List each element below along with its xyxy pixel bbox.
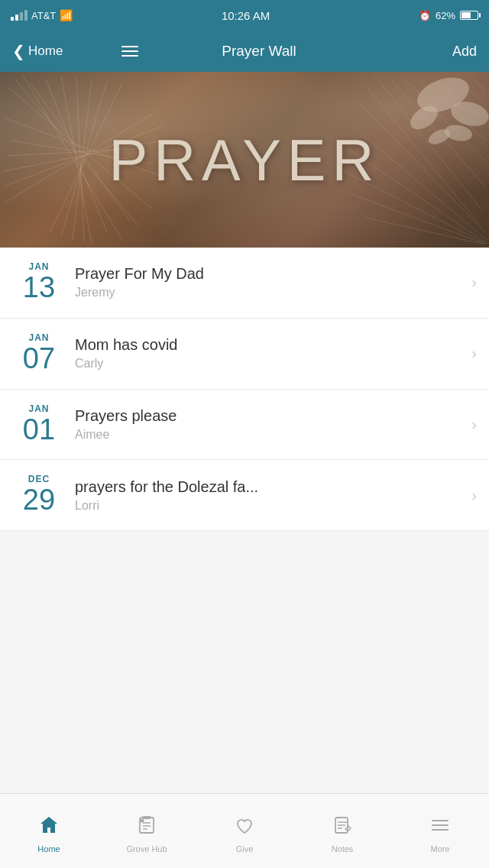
home-icon	[38, 815, 60, 841]
status-right: ⏰ 62%	[419, 10, 478, 21]
svg-line-29	[363, 217, 481, 244]
prayer-content: Prayer For My Dad Jeremy	[66, 265, 471, 300]
menu-button[interactable]	[121, 46, 138, 57]
prayer-day: 13	[12, 272, 66, 304]
status-time: 10:26 AM	[222, 9, 270, 22]
prayer-content: Prayers please Aimee	[66, 407, 471, 442]
prayer-item[interactable]: JAN 01 Prayers please Aimee ›	[0, 390, 489, 461]
signal-icon	[11, 10, 28, 21]
prayer-month: JAN	[12, 403, 66, 414]
hero-title: PRAYER	[109, 127, 381, 193]
back-button[interactable]: ❮ Home	[12, 42, 121, 60]
give-icon	[234, 815, 255, 841]
prayer-date: JAN 13	[12, 261, 66, 304]
prayer-title: Prayers please	[75, 407, 462, 425]
prayer-content: prayers for the Dolezal fa... Lorri	[66, 478, 471, 513]
more-icon	[429, 815, 451, 841]
prayer-month: JAN	[12, 261, 66, 272]
tab-give[interactable]: Give	[196, 794, 293, 868]
prayer-date: JAN 01	[12, 403, 66, 446]
svg-rect-36	[143, 816, 151, 819]
tab-bar: Home Grove Hub Give	[0, 793, 489, 868]
prayer-author: Aimee	[75, 428, 462, 442]
prayer-title: prayers for the Dolezal fa...	[75, 478, 462, 496]
tab-notes[interactable]: Notes	[293, 794, 391, 868]
chevron-right-icon: ›	[471, 345, 477, 362]
prayer-author: Carly	[75, 357, 462, 371]
prayer-title: Mom has covid	[75, 336, 462, 354]
prayer-item[interactable]: JAN 13 Prayer For My Dad Jeremy ›	[0, 248, 489, 319]
prayer-day: 01	[12, 414, 66, 446]
battery-percent: 62%	[436, 10, 455, 21]
carrier-label: AT&T	[31, 10, 56, 21]
alarm-icon: ⏰	[419, 10, 431, 21]
tab-home-label: Home	[37, 844, 60, 853]
prayer-list: JAN 13 Prayer For My Dad Jeremy › JAN 07…	[0, 248, 489, 531]
tab-give-label: Give	[236, 844, 254, 853]
svg-line-24	[474, 79, 485, 91]
prayer-content: Mom has covid Carly	[66, 336, 471, 371]
main-content: PRAYER JAN 13 Prayer For My Dad Jeremy ›…	[0, 72, 489, 606]
prayer-date: JAN 07	[12, 332, 66, 375]
tab-grove-hub[interactable]: Grove Hub	[98, 794, 196, 868]
prayer-title: Prayer For My Dad	[75, 265, 462, 283]
nav-bar: ❮ Home Prayer Wall Add	[0, 31, 489, 72]
hero-banner: PRAYER	[0, 72, 489, 248]
grove-hub-icon	[136, 815, 157, 841]
prayer-item[interactable]: DEC 29 prayers for the Dolezal fa... Lor…	[0, 460, 489, 531]
tab-grove-hub-label: Grove Hub	[126, 844, 167, 853]
back-label: Home	[28, 44, 63, 59]
svg-point-40	[141, 819, 144, 823]
battery-icon	[460, 11, 478, 20]
tab-more-label: More	[430, 844, 449, 853]
notes-icon	[332, 815, 353, 841]
prayer-author: Lorri	[75, 499, 462, 513]
tab-home[interactable]: Home	[0, 794, 98, 868]
prayer-item[interactable]: JAN 07 Mom has covid Carly ›	[0, 319, 489, 390]
prayer-date: DEC 29	[12, 474, 66, 517]
nav-title: Prayer Wall	[151, 43, 368, 60]
status-bar: AT&T 📶 10:26 AM ⏰ 62%	[0, 0, 489, 31]
wifi-icon: 📶	[60, 9, 73, 21]
tab-notes-label: Notes	[332, 844, 354, 853]
add-button[interactable]: Add	[368, 44, 478, 60]
tab-more[interactable]: More	[391, 794, 489, 868]
prayer-day: 29	[12, 484, 66, 517]
svg-line-12	[73, 79, 92, 240]
chevron-right-icon: ›	[471, 487, 477, 504]
chevron-right-icon: ›	[471, 416, 477, 433]
prayer-author: Jeremy	[75, 286, 462, 300]
chevron-right-icon: ›	[471, 274, 477, 291]
back-arrow-icon: ❮	[12, 42, 25, 60]
status-left: AT&T 📶	[11, 9, 73, 21]
prayer-month: JAN	[12, 332, 66, 343]
prayer-day: 07	[12, 343, 66, 375]
prayer-month: DEC	[12, 474, 66, 484]
